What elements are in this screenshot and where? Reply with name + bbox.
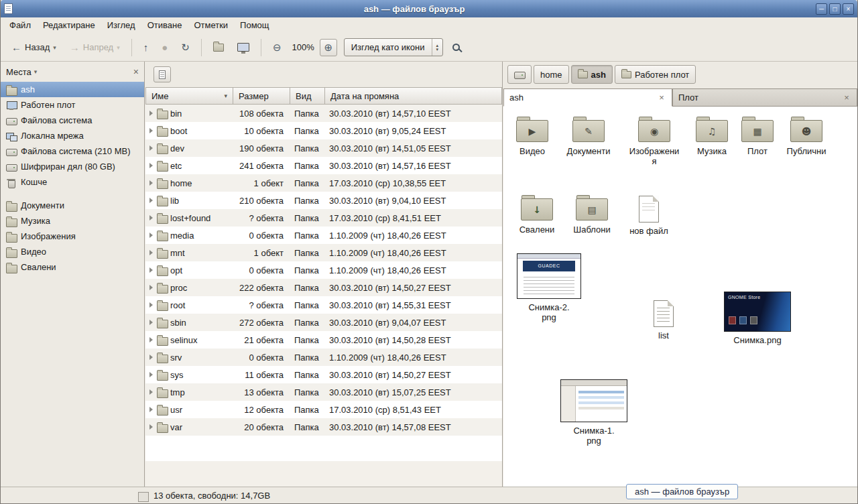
sidebar-item[interactable]: Музика: [1, 213, 144, 229]
expander-icon[interactable]: [149, 372, 153, 377]
sidebar-title[interactable]: Места: [6, 67, 32, 77]
expander-icon[interactable]: [149, 198, 153, 203]
icon-item-templates[interactable]: Шаблони: [564, 194, 620, 235]
expander-icon[interactable]: [149, 320, 153, 325]
stop-button[interactable]: ●: [156, 38, 173, 56]
tab-close-icon[interactable]: ×: [842, 92, 851, 103]
back-dropdown-icon[interactable]: ▾: [53, 44, 56, 51]
expander-icon[interactable]: [149, 233, 153, 238]
expander-icon[interactable]: [149, 424, 153, 430]
icon-item-snimka1[interactable]: Снимка-1.png: [559, 379, 629, 446]
sidebar-item[interactable]: Свалени: [1, 259, 144, 275]
table-row[interactable]: boot 10 обекта Папка 30.03.2010 (вт) 9,0…: [145, 122, 502, 139]
expander-icon[interactable]: [149, 111, 153, 116]
table-row[interactable]: lib 210 обекта Папка 30.03.2010 (вт) 9,0…: [145, 192, 502, 209]
table-row[interactable]: proc 222 обекта Папка 30.03.2010 (вт) 14…: [145, 279, 502, 296]
menu-item[interactable]: Отиване: [141, 17, 188, 34]
expander-icon[interactable]: [149, 128, 153, 133]
search-button[interactable]: [446, 38, 467, 56]
icon-item-documents[interactable]: Документи: [560, 116, 617, 157]
icon-item-snimka[interactable]: GNOME Store Снимка.png: [723, 292, 792, 346]
expander-icon[interactable]: [149, 355, 153, 360]
pathbar-home-button[interactable]: home: [534, 65, 569, 84]
table-row[interactable]: bin 108 обекта Папка 30.03.2010 (вт) 14,…: [145, 105, 502, 122]
tab-plot[interactable]: Плот ×: [672, 88, 857, 106]
sidebar-item[interactable]: Файлова система (210 MB): [1, 143, 144, 159]
expander-icon[interactable]: [149, 215, 153, 220]
expander-icon[interactable]: [149, 407, 153, 412]
pathbar-desktop-button[interactable]: Работен плот: [615, 65, 696, 84]
sidebar-item[interactable]: Кошче: [1, 174, 144, 190]
icon-item-public[interactable]: Публични: [778, 116, 835, 157]
menu-item[interactable]: Изглед: [101, 17, 141, 34]
sidebar-close-icon[interactable]: ×: [133, 66, 139, 77]
forward-button[interactable]: → Напред ▾: [64, 38, 125, 56]
icon-item-pictures[interactable]: Изображения: [626, 116, 682, 167]
expander-icon[interactable]: [149, 302, 153, 308]
menu-item[interactable]: Отметки: [188, 17, 234, 34]
expander-icon[interactable]: [149, 285, 153, 290]
reload-button[interactable]: ↻: [176, 38, 195, 56]
home-button[interactable]: [208, 40, 229, 56]
zoom-out-button[interactable]: ⊖: [267, 38, 287, 56]
table-row[interactable]: var 20 обекта Папка 30.03.2010 (вт) 14,5…: [145, 418, 502, 436]
table-row[interactable]: root ? обекта Папка 30.03.2010 (вт) 14,5…: [145, 296, 502, 314]
table-row[interactable]: selinux 21 обекта Папка 30.03.2010 (вт) …: [145, 331, 502, 349]
expander-icon[interactable]: [149, 163, 153, 168]
table-row[interactable]: srv 0 обекта Папка 1.10.2009 (чт) 18,40,…: [145, 349, 502, 366]
table-row[interactable]: media 0 обекта Папка 1.10.2009 (чт) 18,4…: [145, 227, 502, 244]
icon-item-new-file[interactable]: нов файл: [621, 194, 677, 237]
maximize-button[interactable]: □: [829, 3, 841, 15]
icon-item-desktop[interactable]: Плот: [729, 116, 786, 157]
expander-icon[interactable]: [149, 337, 153, 342]
titlebar[interactable]: ash — файлов браузър ─ □ ×: [1, 0, 857, 17]
view-mode-spinner-icon[interactable]: ▴▾: [432, 39, 443, 56]
column-header-name[interactable]: Име ▾: [145, 87, 233, 105]
sidebar-item[interactable]: Видео: [1, 244, 144, 259]
icon-item-snimka2[interactable]: GUADEC Снимка-2.png: [514, 253, 584, 323]
sidebar-item[interactable]: Изображения: [1, 229, 144, 244]
table-row[interactable]: home 1 обект Папка 17.03.2010 (ср) 10,38…: [145, 174, 502, 192]
column-header-size[interactable]: Размер: [233, 87, 290, 105]
table-row[interactable]: etc 241 обекта Папка 30.03.2010 (вт) 14,…: [145, 157, 502, 174]
menu-item[interactable]: Помощ: [234, 17, 275, 34]
column-sort-dropdown-icon[interactable]: ▾: [224, 92, 227, 99]
icon-view[interactable]: Видео Документи Изображения Музика Плот: [503, 107, 857, 487]
column-header-type[interactable]: Вид: [290, 87, 325, 105]
sidebar-mode-dropdown-icon[interactable]: ▾: [34, 68, 38, 75]
table-row[interactable]: opt 0 обекта Папка 1.10.2009 (чт) 18,40,…: [145, 261, 502, 279]
icon-item-downloads[interactable]: Свалени: [509, 194, 565, 235]
close-button[interactable]: ×: [843, 3, 854, 15]
zoom-in-button[interactable]: ⊕: [320, 39, 337, 56]
table-row[interactable]: mnt 1 обект Папка 1.10.2009 (чт) 18,40,2…: [145, 244, 502, 261]
sidebar-item[interactable]: Шифриран дял (80 GB): [1, 159, 144, 174]
sidebar-item[interactable]: Документи: [1, 198, 144, 213]
table-row[interactable]: sys 11 обекта Папка 30.03.2010 (вт) 14,5…: [145, 366, 502, 383]
back-button[interactable]: ← Назад ▾: [6, 38, 62, 56]
table-row[interactable]: tmp 13 обекта Папка 30.03.2010 (вт) 15,0…: [145, 383, 502, 401]
menu-item[interactable]: Редактиране: [37, 17, 101, 34]
minimize-button[interactable]: ─: [816, 3, 827, 15]
expander-icon[interactable]: [149, 145, 153, 151]
pathbar-ash-button[interactable]: ash: [571, 65, 613, 84]
table-row[interactable]: lost+found ? обекта Папка 17.03.2010 (ср…: [145, 209, 502, 227]
expander-icon[interactable]: [149, 389, 153, 395]
pathbar-root-button[interactable]: [507, 65, 532, 84]
table-row[interactable]: dev 190 обекта Папка 30.03.2010 (вт) 14,…: [145, 139, 502, 157]
sidebar-item[interactable]: Работен плот: [1, 97, 144, 113]
tab-close-icon[interactable]: ×: [657, 92, 666, 103]
menu-item[interactable]: Файл: [3, 17, 37, 34]
icon-item-list[interactable]: list: [635, 299, 692, 341]
table-row[interactable]: sbin 272 обекта Папка 30.03.2010 (вт) 9,…: [145, 314, 502, 331]
computer-button[interactable]: [232, 39, 255, 56]
table-row[interactable]: usr 12 обекта Папка 17.03.2010 (ср) 8,51…: [145, 401, 502, 418]
tab-ash[interactable]: ash ×: [503, 88, 672, 107]
location-toggle-button[interactable]: [154, 66, 171, 82]
expander-icon[interactable]: [149, 267, 153, 273]
column-header-date[interactable]: Дата на промяна: [325, 87, 502, 105]
expander-icon[interactable]: [149, 180, 153, 186]
sidebar-item[interactable]: ash: [1, 82, 144, 97]
view-mode-select[interactable]: Изглед като икони ▴▾: [344, 38, 443, 56]
sidebar-item[interactable]: Локална мрежа: [1, 128, 144, 143]
icon-item-video[interactable]: Видео: [504, 116, 560, 157]
